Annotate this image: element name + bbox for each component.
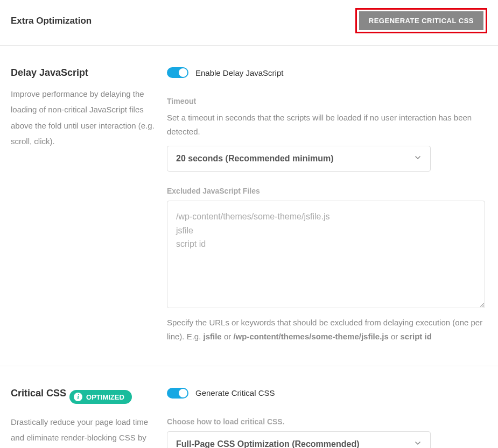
delay-javascript-section: Delay JavaScript Improve performance by …	[0, 46, 498, 366]
info-icon: i	[74, 393, 82, 401]
chevron-down-icon	[415, 442, 420, 447]
timeout-select[interactable]: 20 seconds (Recommended minimum)	[167, 146, 431, 172]
chevron-down-icon	[415, 156, 420, 161]
help-text: or	[389, 332, 401, 341]
section-description: Improve performance by delaying the load…	[11, 86, 156, 149]
help-bold: jsfile	[204, 332, 222, 341]
help-bold: /wp-content/themes/some-theme/jsfile.js	[233, 332, 388, 341]
excluded-files-label: Excluded JavaScript Files	[167, 187, 487, 195]
badge-label: OPTIMIZED	[86, 393, 124, 401]
timeout-description: Set a timeout in seconds that the script…	[167, 111, 487, 138]
enable-delay-js-toggle[interactable]	[167, 67, 188, 78]
section-title: Delay JavaScript	[11, 67, 88, 78]
excluded-files-help: Specify the URLs or keywords that should…	[167, 316, 487, 344]
page-header: Extra Optimization REGENERATE CRITICAL C…	[0, 0, 498, 46]
critical-css-section: Critical CSS i OPTIMIZED Drastically red…	[0, 366, 498, 449]
enable-delay-js-label: Enable Delay JavaScript	[195, 68, 283, 77]
optimized-badge: i OPTIMIZED	[69, 390, 132, 404]
regenerate-highlight: REGENERATE CRITICAL CSS	[355, 8, 487, 33]
timeout-selected-value: 20 seconds (Recommended minimum)	[176, 154, 334, 163]
generate-critical-css-row: Generate Critical CSS	[167, 388, 487, 399]
load-critical-css-select[interactable]: Full-Page CSS Optimization (Recommended)	[167, 431, 431, 449]
regenerate-critical-css-button[interactable]: REGENERATE CRITICAL CSS	[359, 11, 483, 30]
page-title: Extra Optimization	[11, 16, 92, 26]
help-text: or	[222, 332, 234, 341]
load-critical-css-label: Choose how to load critical CSS.	[167, 417, 487, 426]
excluded-files-textarea[interactable]	[167, 201, 485, 308]
enable-delay-js-row: Enable Delay JavaScript	[167, 67, 487, 78]
generate-critical-css-label: Generate Critical CSS	[195, 388, 275, 397]
timeout-label: Timeout	[167, 97, 487, 105]
help-bold: script id	[401, 332, 432, 341]
toggle-knob	[179, 389, 187, 397]
section-description: Drastically reduce your page load time a…	[11, 414, 156, 449]
section-title: Critical CSS	[11, 388, 66, 399]
generate-critical-css-toggle[interactable]	[167, 388, 188, 399]
section-content: Enable Delay JavaScript Timeout Set a ti…	[167, 67, 487, 344]
section-content: Generate Critical CSS Choose how to load…	[167, 388, 487, 449]
section-sidebar: Delay JavaScript Improve performance by …	[11, 67, 156, 344]
section-sidebar: Critical CSS i OPTIMIZED Drastically red…	[11, 388, 156, 449]
toggle-knob	[179, 68, 187, 77]
load-critical-css-selected-value: Full-Page CSS Optimization (Recommended)	[176, 439, 359, 449]
